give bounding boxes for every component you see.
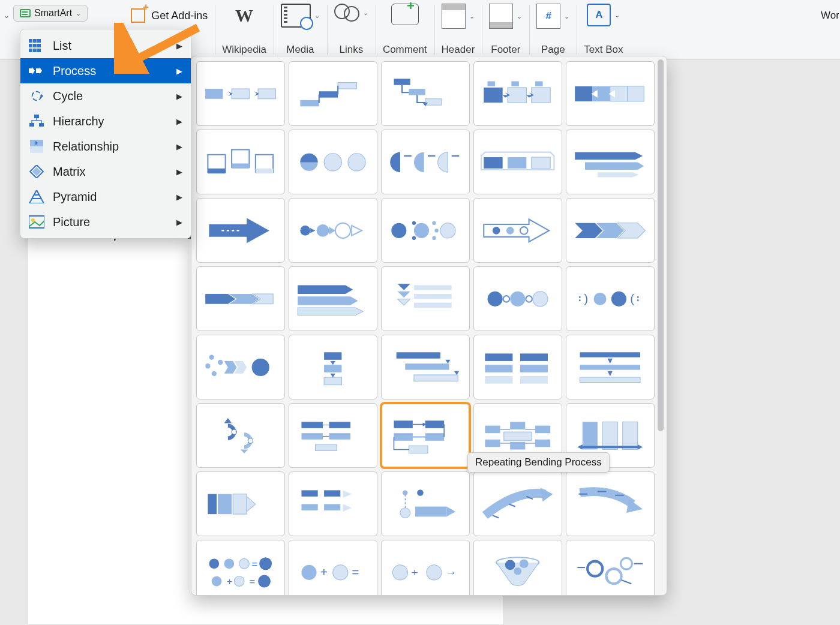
svg-point-222 bbox=[587, 561, 602, 576]
svg-rect-161 bbox=[425, 433, 444, 441]
gallery-tile-equation[interactable]: =+= bbox=[196, 540, 285, 596]
svg-rect-132 bbox=[406, 363, 449, 369]
gallery-tile-circle-process[interactable] bbox=[289, 130, 377, 194]
ribbon-group-links[interactable]: ⌄ Links bbox=[327, 0, 376, 59]
gallery-tile-upward-process-line[interactable] bbox=[381, 471, 470, 536]
gallery-tile-gear[interactable] bbox=[566, 540, 655, 596]
gallery-tile-continuous-block-process[interactable] bbox=[473, 130, 562, 194]
gallery-tile-process-arrows[interactable] bbox=[473, 198, 562, 263]
svg-point-149 bbox=[232, 429, 236, 434]
gallery-tile-converging-text[interactable] bbox=[196, 335, 285, 399]
gallery-tile-phased-process[interactable] bbox=[566, 335, 655, 399]
gallery-tile-pie-process[interactable] bbox=[381, 130, 470, 194]
gallery-tile-vertical-chevron-list[interactable] bbox=[381, 266, 470, 331]
gallery-tile-step-down-process[interactable] bbox=[381, 61, 470, 126]
gallery-tile-detailed-process[interactable] bbox=[289, 403, 377, 468]
smartart-menu-list[interactable]: List ▶ bbox=[20, 33, 191, 58]
svg-rect-131 bbox=[397, 352, 440, 358]
svg-rect-142 bbox=[580, 352, 640, 357]
ribbon-group-wikipedia[interactable]: W Wikipedia bbox=[215, 0, 274, 59]
svg-point-87 bbox=[412, 236, 416, 239]
gallery-tile-chevron-list[interactable] bbox=[289, 266, 377, 331]
gallery-tile-opposing-ideas[interactable]: ᛬)(᛬ bbox=[566, 266, 655, 331]
svg-rect-29 bbox=[232, 89, 249, 99]
comment-icon: + bbox=[391, 4, 419, 25]
svg-rect-4 bbox=[33, 44, 37, 47]
smartart-menu-pyramid[interactable]: Pyramid ▶ bbox=[20, 184, 191, 209]
ribbon-group-comment[interactable]: + Comment bbox=[376, 0, 434, 59]
svg-point-210 bbox=[302, 564, 317, 579]
gallery-tile-arrow-ribbon[interactable] bbox=[566, 130, 655, 194]
ribbon-group-footer[interactable]: ⌄ Footer bbox=[482, 0, 529, 59]
svg-marker-176 bbox=[638, 444, 643, 449]
smartart-icon bbox=[20, 9, 31, 17]
smartart-category-menu: List ▶ Process ▶ Cycle ▶ Hierarchy ▶ Rel… bbox=[20, 29, 191, 239]
svg-marker-148 bbox=[241, 449, 248, 453]
smartart-menu-picture[interactable]: Picture ▶ bbox=[20, 209, 191, 235]
ribbon-group-page[interactable]: #⌄ Page bbox=[529, 0, 577, 59]
svg-rect-60 bbox=[232, 163, 249, 168]
gallery-tile-descending-process[interactable] bbox=[381, 335, 470, 399]
svg-rect-70 bbox=[532, 157, 550, 169]
gallery-scrollbar[interactable] bbox=[656, 58, 665, 593]
gallery-tile-picture-accent-process[interactable] bbox=[196, 130, 285, 194]
gallery-tile-downward-arrow[interactable] bbox=[566, 471, 655, 536]
textbox-icon: A bbox=[587, 4, 611, 26]
gallery-tile-basic-process[interactable] bbox=[196, 61, 285, 126]
gallery-tile-sub-step-process[interactable] bbox=[289, 471, 377, 536]
media-label: Media bbox=[286, 44, 314, 56]
svg-rect-109 bbox=[414, 302, 452, 307]
gallery-tile-increasing-circle-process[interactable] bbox=[289, 198, 377, 263]
ribbon-group-media[interactable]: ⌄ Media bbox=[274, 0, 327, 59]
gallery-tile-alternating-flow[interactable] bbox=[566, 61, 655, 126]
gallery-tile-funnel[interactable] bbox=[473, 540, 562, 596]
menu-item-label: Process bbox=[53, 64, 96, 78]
svg-point-63 bbox=[324, 153, 341, 170]
svg-marker-185 bbox=[343, 490, 352, 498]
gallery-tile-plus-minus[interactable]: += bbox=[289, 540, 377, 596]
gallery-tile-chevron-process[interactable] bbox=[566, 198, 655, 263]
menu-item-label: Pyramid bbox=[53, 190, 97, 204]
smartart-menu-process[interactable]: Process ▶ bbox=[20, 58, 191, 83]
svg-marker-135 bbox=[454, 371, 459, 374]
svg-marker-146 bbox=[608, 371, 613, 375]
gallery-tile-accent-process[interactable] bbox=[473, 61, 562, 126]
smartart-menu-cycle[interactable]: Cycle ▶ bbox=[20, 83, 191, 109]
svg-rect-138 bbox=[485, 365, 513, 372]
gallery-tile-circular-bending[interactable] bbox=[196, 403, 285, 468]
svg-rect-13 bbox=[34, 115, 39, 118]
ribbon-group-header[interactable]: ⌄ Header bbox=[434, 0, 482, 59]
page-number-icon: # bbox=[536, 4, 560, 29]
smartart-menu-matrix[interactable]: Matrix ▶ bbox=[20, 159, 191, 184]
svg-point-117 bbox=[611, 291, 626, 306]
svg-rect-68 bbox=[484, 157, 502, 169]
ribbon-group-textbox[interactable]: A⌄ Text Box bbox=[577, 0, 630, 59]
svg-rect-173 bbox=[623, 422, 638, 449]
gallery-tile-interconnected-rings[interactable] bbox=[473, 266, 562, 331]
smartart-dropdown-button[interactable]: SmartArt ⌄ bbox=[13, 5, 88, 22]
svg-point-84 bbox=[414, 223, 429, 238]
ribbon-leading-dropdown-icon[interactable]: ⌄ bbox=[0, 5, 13, 26]
svg-marker-129 bbox=[331, 361, 335, 365]
svg-point-89 bbox=[433, 236, 436, 239]
svg-marker-72 bbox=[575, 152, 643, 160]
svg-marker-81 bbox=[310, 228, 315, 233]
gallery-tile-closed-chevron[interactable] bbox=[196, 266, 285, 331]
gallery-tile-random-to-result[interactable] bbox=[381, 198, 470, 263]
gallery-tile-repeating-bending-process[interactable] bbox=[381, 403, 470, 468]
submenu-arrow-icon: ▶ bbox=[176, 218, 182, 227]
svg-point-112 bbox=[533, 291, 548, 306]
gallery-tile-step-up-process[interactable] bbox=[289, 61, 377, 126]
gallery-tile-upward-arrow[interactable] bbox=[473, 471, 562, 536]
gallery-tile-segmented-process[interactable] bbox=[473, 335, 562, 399]
gallery-tile-staggered-process[interactable] bbox=[196, 471, 285, 536]
gallery-tile-math-process[interactable]: +→ bbox=[381, 540, 470, 596]
smartart-button-label: SmartArt bbox=[34, 8, 72, 19]
svg-marker-175 bbox=[578, 444, 583, 449]
svg-marker-98 bbox=[205, 294, 235, 304]
gallery-tile-vertical-process[interactable] bbox=[289, 335, 377, 399]
gallery-tile-basic-arrow[interactable] bbox=[196, 198, 285, 263]
smartart-menu-hierarchy[interactable]: Hierarchy ▶ bbox=[20, 109, 191, 134]
smartart-menu-relationship[interactable]: Relationship ▶ bbox=[20, 134, 191, 159]
svg-marker-106 bbox=[398, 299, 410, 305]
